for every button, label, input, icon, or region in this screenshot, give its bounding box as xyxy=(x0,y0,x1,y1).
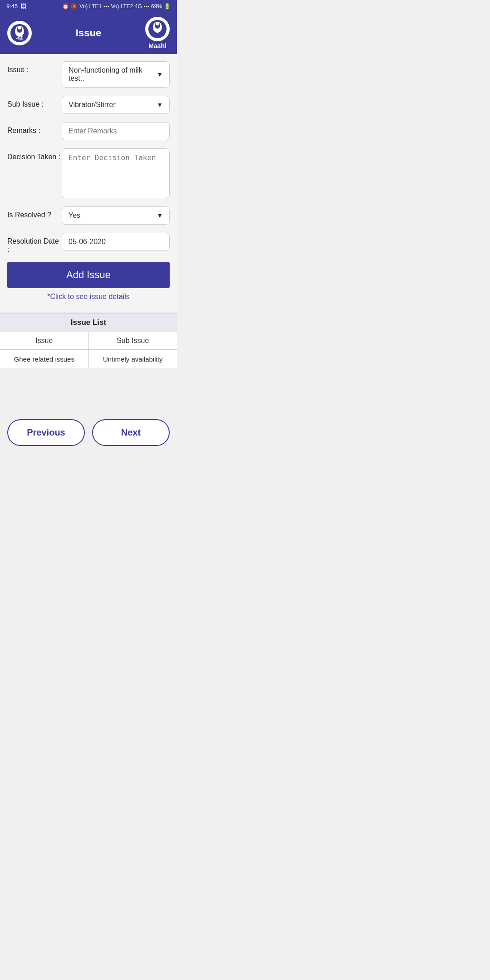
is-resolved-row: Is Resolved ? Yes ▼ xyxy=(7,206,170,225)
is-resolved-dropdown-arrow: ▼ xyxy=(157,212,163,219)
sub-issue-value: Vibrator/Stirrer xyxy=(69,101,116,109)
col-header-sub-issue: Sub Issue xyxy=(89,332,177,349)
battery-percent: 69% xyxy=(151,3,162,10)
svg-point-3 xyxy=(18,26,21,29)
table-row[interactable]: Ghee related issues Untimely availabilit… xyxy=(0,350,177,369)
remarks-input[interactable] xyxy=(62,122,170,140)
logo-right: Maahi xyxy=(145,17,170,49)
issue-dropdown-arrow: ▼ xyxy=(157,71,163,78)
issue-label: Issue : xyxy=(7,61,62,74)
is-resolved-dropdown[interactable]: Yes ▼ xyxy=(62,206,170,225)
bottom-navigation: Previous Next xyxy=(0,369,177,460)
svg-text:માહી: માહી xyxy=(16,35,24,40)
decision-textarea[interactable] xyxy=(62,148,170,198)
resolution-date-row: Resolution Date : xyxy=(7,233,170,254)
resolution-date-label: Resolution Date : xyxy=(7,233,62,254)
logo-right-svg xyxy=(147,19,167,39)
signal2-icon: Vo) LTE2 4G ▪▪▪ xyxy=(111,3,149,10)
previous-button[interactable]: Previous xyxy=(7,419,85,446)
mute-icon: 🔕 xyxy=(71,3,78,10)
status-image-icon: 🖼 xyxy=(20,3,26,10)
remarks-row: Remarks : xyxy=(7,122,170,140)
col-cell-issue: Ghee related issues xyxy=(0,350,89,368)
resolution-date-input[interactable] xyxy=(62,233,170,251)
header-title: Issue xyxy=(32,27,145,39)
svg-point-8 xyxy=(156,22,159,25)
sub-issue-label: Sub Issue : xyxy=(7,96,62,108)
col-header-issue: Issue xyxy=(0,332,89,349)
add-issue-button[interactable]: Add Issue xyxy=(7,262,170,288)
issue-dropdown[interactable]: Non-functioning of milk test.. ▼ xyxy=(62,61,170,88)
logo-right-circle xyxy=(145,17,170,41)
app-header: માહી Issue Maahi xyxy=(0,12,177,54)
issue-list-header: Issue List xyxy=(0,314,177,332)
logo-right-label: Maahi xyxy=(148,42,167,49)
sub-issue-dropdown-arrow: ▼ xyxy=(157,101,163,108)
issue-value: Non-functioning of milk test.. xyxy=(69,66,157,83)
remarks-label: Remarks : xyxy=(7,122,62,135)
signal-icon: Vo) LTE1 ▪▪▪ xyxy=(79,3,109,10)
status-time-area: 9:45 🖼 xyxy=(6,3,26,10)
col-cell-sub-issue: Untimely availability xyxy=(89,350,177,368)
issue-list-section: Issue List Issue Sub Issue Ghee related … xyxy=(0,313,177,369)
next-button[interactable]: Next xyxy=(92,419,170,446)
status-time: 9:45 xyxy=(6,3,18,10)
status-icons-area: ⏰ 🔕 Vo) LTE1 ▪▪▪ Vo) LTE2 4G ▪▪▪ 69% 🔋 xyxy=(62,3,171,10)
status-bar: 9:45 🖼 ⏰ 🔕 Vo) LTE1 ▪▪▪ Vo) LTE2 4G ▪▪▪ … xyxy=(0,0,177,12)
click-hint: *Click to see issue details xyxy=(7,293,170,301)
sub-issue-row: Sub Issue : Vibrator/Stirrer ▼ xyxy=(7,96,170,114)
form-area: Issue : Non-functioning of milk test.. ▼… xyxy=(0,54,177,313)
battery-icon: 🔋 xyxy=(164,3,171,10)
logo-left: માહી xyxy=(7,21,32,45)
decision-row: Decision Taken : xyxy=(7,148,170,198)
issue-list-col-header: Issue Sub Issue xyxy=(0,332,177,350)
issue-row: Issue : Non-functioning of milk test.. ▼ xyxy=(7,61,170,88)
alarm-icon: ⏰ xyxy=(62,3,69,10)
is-resolved-label: Is Resolved ? xyxy=(7,206,62,219)
logo-left-svg: માહી xyxy=(10,23,29,43)
decision-label: Decision Taken : xyxy=(7,148,62,161)
is-resolved-value: Yes xyxy=(69,211,80,220)
sub-issue-dropdown[interactable]: Vibrator/Stirrer ▼ xyxy=(62,96,170,114)
